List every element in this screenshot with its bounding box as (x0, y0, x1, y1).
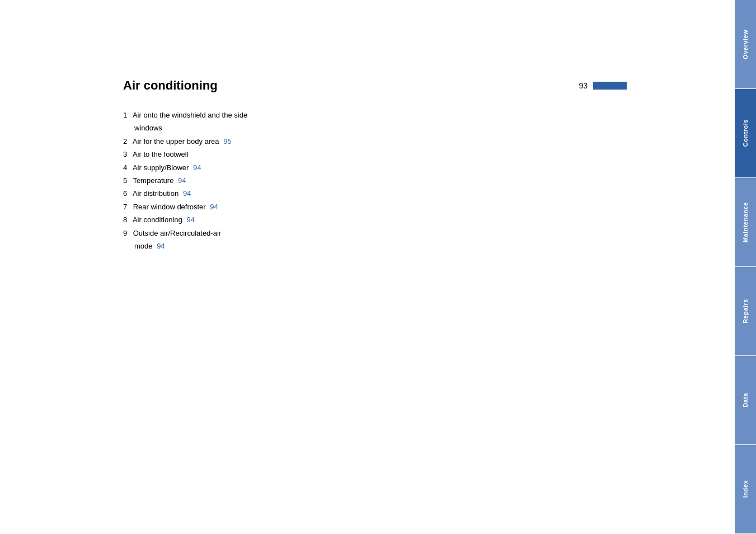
item-link[interactable]: 94 (183, 189, 191, 198)
item-number: 3 (123, 148, 131, 161)
list-item: 3 Air to the footwell (123, 148, 627, 161)
list-item: 5 Temperature 94 (123, 174, 627, 187)
tab-controls[interactable]: Controls (735, 89, 756, 178)
item-link[interactable]: 95 (223, 137, 231, 146)
item-number: 7 (123, 200, 131, 213)
item-number: 1 (123, 109, 131, 121)
item-continuation: windows (123, 121, 627, 134)
tab-maintenance-label: Maintenance (742, 202, 749, 242)
item-number: 6 (123, 187, 131, 200)
list-item: 7 Rear window defroster 94 (123, 200, 627, 213)
item-link[interactable]: 94 (193, 163, 201, 172)
tab-data-label: Data (742, 393, 749, 407)
main-content: Air conditioning 93 1 Air onto the winds… (123, 78, 627, 252)
item-link[interactable]: 94 (178, 176, 186, 185)
page-header: Air conditioning 93 (123, 78, 627, 93)
item-number: 9 (123, 227, 131, 240)
tab-repairs-label: Repairs (742, 299, 749, 324)
tab-repairs[interactable]: Repairs (735, 267, 756, 356)
item-continuation: mode 94 (123, 240, 627, 252)
item-text: Air to the footwell (133, 150, 189, 158)
page-number: 93 (579, 81, 588, 90)
item-text: Outside air/Recirculated-air (133, 229, 222, 237)
page-number-bar (593, 82, 627, 90)
list-item: 1 Air onto the windshield and the side w… (123, 109, 627, 135)
sidebar-tabs: Overview Controls Maintenance Repairs Da… (735, 0, 756, 534)
page-title: Air conditioning (123, 78, 218, 93)
tab-overview-label: Overview (742, 30, 749, 59)
item-text: Temperature (133, 176, 176, 185)
item-link[interactable]: 94 (157, 242, 165, 250)
list-item: 9 Outside air/Recirculated-air mode 94 (123, 227, 627, 253)
item-number: 5 (123, 174, 131, 187)
item-number: 8 (123, 213, 131, 226)
item-text: Air distribution (133, 189, 181, 198)
tab-data[interactable]: Data (735, 356, 756, 445)
item-link[interactable]: 94 (186, 216, 194, 224)
tab-maintenance[interactable]: Maintenance (735, 178, 756, 267)
tab-controls-label: Controls (742, 119, 749, 147)
list-item: 8 Air conditioning 94 (123, 213, 627, 226)
item-text: Air for the upper body area (133, 137, 221, 146)
item-number: 2 (123, 135, 131, 148)
tab-index-label: Index (742, 480, 749, 498)
item-text: Rear window defroster (133, 203, 208, 211)
item-link[interactable]: 94 (210, 203, 218, 211)
item-text: Air onto the windshield and the side (133, 111, 247, 119)
item-text: Air conditioning (133, 216, 185, 224)
list-item: 6 Air distribution 94 (123, 187, 627, 200)
tab-overview[interactable]: Overview (735, 0, 756, 89)
toc-list: 1 Air onto the windshield and the side w… (123, 109, 627, 252)
item-text: Air supply/Blower (133, 163, 191, 172)
list-item: 2 Air for the upper body area 95 (123, 135, 627, 148)
list-item: 4 Air supply/Blower 94 (123, 161, 627, 174)
item-number: 4 (123, 161, 131, 174)
tab-index[interactable]: Index (735, 445, 756, 534)
